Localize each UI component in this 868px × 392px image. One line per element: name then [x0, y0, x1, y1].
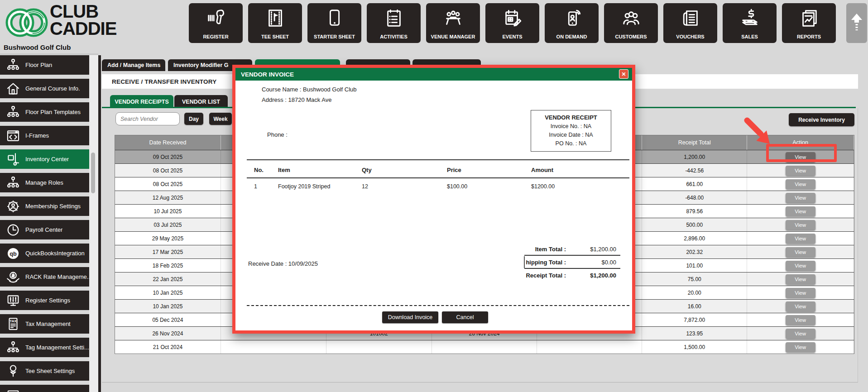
sidebar-item-quickbooksintegration[interactable]: qbQuickBooksIntegration: [0, 244, 89, 263]
nav-events-button[interactable]: EVENTS: [485, 3, 539, 43]
view-button[interactable]: View: [786, 315, 815, 325]
nav-starter-sheet-button[interactable]: STARTER SHEET: [307, 3, 361, 43]
view-button[interactable]: View: [786, 329, 815, 339]
nav-sales-button[interactable]: SALES: [723, 3, 777, 43]
total-value: $0.00: [566, 259, 616, 266]
vendor-receipt-title: VENDOR RECEIPT: [531, 114, 611, 121]
items-col-header-qty: Qty: [362, 167, 372, 173]
sidebar-item-i-frames[interactable]: I-Frames: [0, 126, 89, 145]
view-button[interactable]: View: [786, 152, 815, 162]
nav-tee-sheet-button[interactable]: TEE SHEET: [248, 3, 302, 43]
sidebar-item-register-settings[interactable]: Register Settings: [0, 291, 89, 310]
total-row-receipt-total: Receipt Total :$1,200.00: [430, 269, 616, 282]
receive-inventory-button[interactable]: Receive Inventory: [789, 113, 854, 126]
close-icon[interactable]: ✕: [619, 69, 628, 79]
receipt-total-cell: -648.00: [642, 191, 747, 204]
action-cell: View: [747, 245, 854, 258]
nav-label: ON DEMAND: [556, 34, 587, 39]
day-filter-button[interactable]: Day: [184, 113, 203, 125]
vendor-receipt-lines: Invoice No. : NAInvoice Date : NAPO No. …: [531, 123, 611, 147]
items-top-rule: [247, 159, 629, 160]
total-label: hipping Total :: [430, 259, 566, 266]
view-button[interactable]: View: [786, 288, 815, 298]
column-header-receipt-total: Receipt Total: [642, 135, 747, 150]
nav-label: VENUE MANAGER: [431, 34, 475, 39]
org-chart-icon: [5, 105, 21, 120]
sidebar-item-rack-rate-manageme[interactable]: RACK Rate Manageme...: [0, 267, 89, 287]
view-button[interactable]: View: [786, 179, 815, 189]
sidebar-item-tag-management-setti[interactable]: Tag Management Setti...: [0, 338, 89, 357]
sidebar-item-label: Register Settings: [25, 297, 70, 304]
nav-reports-button[interactable]: REPORTS: [782, 3, 836, 43]
code-window-icon: [5, 128, 21, 143]
clock-icon: [5, 222, 21, 238]
sidebar-item-partial[interactable]: [0, 385, 89, 392]
scroll-top-button[interactable]: [846, 3, 867, 43]
people-icon: [621, 8, 642, 30]
sidebar-scroll-thumb[interactable]: [91, 153, 95, 193]
view-button[interactable]: View: [786, 193, 815, 203]
tab-vendor-receipts[interactable]: VENDOR RECEIPTS: [110, 95, 173, 108]
page-tab-add-manage-items[interactable]: Add / Manage Items: [102, 59, 165, 71]
date-received-cell: 29 May 2025: [115, 232, 221, 245]
receive-date-text: Receive Date : 10/09/2025: [248, 260, 318, 267]
date-received-cell: 09 Oct 2025: [115, 150, 221, 163]
sidebar-item-membership-settings[interactable]: Membership Settings: [0, 196, 89, 216]
sidebar-item-general-course-info[interactable]: General Course Info.: [0, 79, 89, 98]
sidebar-item-label: RACK Rate Manageme...: [25, 273, 89, 280]
hidden-cell: [432, 340, 537, 354]
date-received-cell: 17 Mar 2025: [115, 245, 221, 258]
nav-vouchers-button[interactable]: VOUCHERS: [663, 3, 717, 43]
sidebar-item-label: Inventory Center: [25, 156, 69, 163]
total-row-hipping-total: hipping Total :$0.00: [430, 256, 616, 269]
total-label: Item Total :: [430, 246, 566, 253]
nav-activities-button[interactable]: ACTIVITIES: [367, 3, 421, 43]
column-header-date-received: Date Received: [115, 135, 221, 150]
sidebar-item-payroll-center[interactable]: Payroll Center: [0, 220, 89, 239]
date-received-cell: 10 Jul 2025: [115, 205, 221, 218]
download-invoice-button[interactable]: Download Invoice: [382, 311, 438, 323]
cancel-button[interactable]: Cancel: [442, 311, 488, 323]
nav-on-demand-button[interactable]: ON DEMAND: [545, 3, 599, 43]
org-chart-icon: [5, 340, 21, 355]
sidebar-item-tee-sheet-settings[interactable]: Tee Sheet Settings: [0, 361, 89, 381]
view-button[interactable]: View: [786, 220, 815, 230]
table-row[interactable]: 21 Oct 20241,500.00View: [115, 340, 854, 354]
meeting-icon: [443, 8, 464, 30]
action-cell: View: [747, 205, 854, 218]
action-cell: View: [747, 286, 854, 299]
view-button[interactable]: View: [786, 247, 815, 257]
view-button[interactable]: View: [786, 206, 815, 216]
view-button[interactable]: View: [786, 234, 815, 244]
action-cell: View: [747, 150, 854, 163]
nav-venue-manager-button[interactable]: VENUE MANAGER: [426, 3, 480, 43]
view-button[interactable]: View: [786, 261, 815, 271]
nav-customers-button[interactable]: CUSTOMERS: [604, 3, 658, 43]
nav-label: CUSTOMERS: [615, 34, 647, 39]
view-button[interactable]: View: [786, 166, 815, 176]
nav-label: VOUCHERS: [676, 34, 704, 39]
sidebar-item-label: Tee Sheet Settings: [25, 368, 75, 374]
nav-register-button[interactable]: REGISTER: [189, 3, 243, 43]
search-vendor-input[interactable]: [115, 112, 180, 125]
date-received-cell: 22 Jan 2025: [115, 272, 221, 286]
view-button[interactable]: View: [786, 274, 815, 284]
sidebar-item-tax-management[interactable]: TAXTax Management: [0, 314, 89, 334]
sidebar-item-inventory-center[interactable]: Inventory Center: [0, 149, 89, 169]
sliders-monitor-icon: [5, 293, 21, 308]
view-button[interactable]: View: [786, 342, 815, 352]
sidebar-item-floor-plan-templates[interactable]: Floor Plan Templates: [0, 102, 89, 122]
modal-header: VENDOR INVOICE: [235, 68, 632, 81]
sidebar-scroll-track[interactable]: [89, 55, 98, 392]
sidebar-item-manage-roles[interactable]: Manage Roles: [0, 173, 89, 192]
action-cell: View: [747, 300, 854, 313]
totals-rule-1: [524, 255, 620, 256]
sidebar-item-floor-plan[interactable]: Floor Plan: [0, 55, 89, 75]
week-filter-button[interactable]: Week: [209, 113, 232, 125]
club-name-label: Bushwood Golf Club: [4, 43, 71, 51]
tab-vendor-list[interactable]: VENDOR LIST: [174, 95, 228, 108]
hidden-cell: [537, 340, 642, 354]
date-received-cell: 21 Oct 2024: [115, 340, 221, 354]
view-button[interactable]: View: [786, 301, 815, 311]
receipt-total-cell: 16.00: [642, 300, 747, 313]
